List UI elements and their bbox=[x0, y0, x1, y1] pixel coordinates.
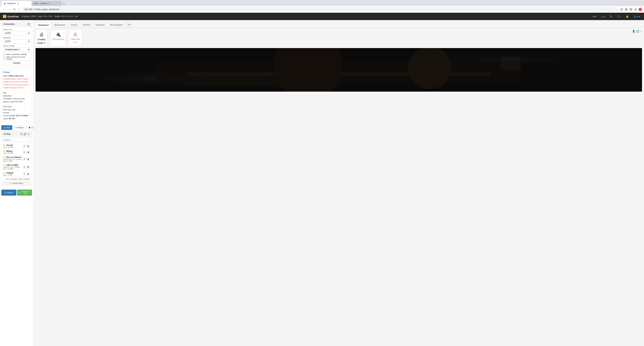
pause-label: Pause bbox=[18, 127, 24, 129]
files-storage-info: Free: 35.5GB / Total: 56.9GB bbox=[6, 178, 30, 180]
files-search-input[interactable] bbox=[2, 138, 31, 142]
approx-value: - bbox=[24, 101, 24, 103]
baudrate-group: Baudrate AUTO bbox=[3, 37, 30, 43]
extension-icon-2[interactable]: 🔒 bbox=[624, 8, 628, 11]
print-icon: 🖨 bbox=[3, 127, 5, 129]
create-folder-label: Create folder... bbox=[12, 182, 24, 184]
file-label-fubar: FUBAR bbox=[6, 172, 14, 174]
file-label-cnc: CNC LASER bbox=[6, 164, 18, 166]
printed-value: - bbox=[10, 112, 11, 114]
file-info: File: Uploaded: Timelapse: Timed (10 sec… bbox=[3, 91, 30, 103]
tools-btn[interactable]: 🔧 bbox=[608, 14, 614, 18]
person-icon[interactable]: 👤 bbox=[632, 30, 635, 32]
forward-button[interactable]: → bbox=[8, 7, 12, 11]
user-btn[interactable]: 👤 pi ▾ bbox=[632, 14, 641, 18]
save-connection-checkbox[interactable] bbox=[3, 53, 5, 55]
file-delete-box[interactable]: 🗑 bbox=[26, 158, 30, 161]
printer-cards: 🖨 Creality Ender 3 🔌 Disconnected ⚠ Offl… bbox=[36, 30, 82, 46]
file-meta-bibiny: Size: 35.2MB bbox=[3, 152, 22, 154]
connection-panel-body: Serial Port AUTO Baudrate AUTO Printer P… bbox=[2, 27, 32, 67]
auto-connect-checkbox[interactable] bbox=[3, 57, 5, 59]
folder-icon-airsoft: 📁 bbox=[3, 144, 6, 146]
tab-inactive-close-btn[interactable]: ✕ bbox=[48, 2, 50, 5]
file-delete-bibiny[interactable]: 🗑 bbox=[26, 151, 30, 154]
upload-label: Upload bbox=[7, 191, 13, 194]
upload-button[interactable]: ⬆ Upload bbox=[1, 189, 16, 196]
address-bar: ← → ↻ ⌂ ⭐ 🔒 ⬇ 📊 M bbox=[0, 6, 644, 13]
create-folder-button[interactable]: 📁 Create folder... bbox=[2, 181, 31, 185]
back-button[interactable]: ← bbox=[2, 7, 6, 11]
timelapse-value: Timed (10 sec) bbox=[12, 98, 25, 100]
reload-button[interactable]: ↻ bbox=[13, 7, 16, 11]
extension-icon-1[interactable]: ⭐ bbox=[620, 8, 623, 11]
file-btns-airsoft: ✕ 🗑 bbox=[22, 145, 30, 148]
extension-icon-3[interactable]: ⬇ bbox=[629, 8, 632, 11]
file-list: 📁 Airsoft Size: 25.0MB ✕ 🗑 bbox=[2, 143, 31, 177]
files-settings-btn[interactable]: 🔧 bbox=[27, 133, 30, 135]
tab-control[interactable]: Control bbox=[68, 22, 80, 27]
file-info-fubar: 📁 FUBAR Size: 3.7MB bbox=[3, 172, 22, 176]
tab-temperature[interactable]: Temperature bbox=[52, 22, 68, 27]
tab-timelapse[interactable]: Timelapse bbox=[93, 22, 107, 27]
file-item-cnc: 📁 CNC LASER Internal: CNC_LASER Size: 32… bbox=[2, 163, 31, 171]
home-button[interactable]: ⌂ bbox=[18, 7, 21, 11]
files-label: Files bbox=[6, 133, 10, 135]
tab-active[interactable]: 🐙 OctoPrint ✕ bbox=[1, 1, 32, 6]
tab-dashboard[interactable]: Dashboard bbox=[36, 22, 51, 28]
cancel-label: Cancel bbox=[31, 127, 34, 129]
refresh-dashboard-icon[interactable]: 🔄 bbox=[636, 30, 639, 32]
file-info-bibiny: 📁 Bibiny Size: 35.2MB bbox=[3, 150, 22, 154]
baudrate-select[interactable]: AUTO bbox=[3, 39, 30, 43]
extension-icon-4[interactable]: 📊 bbox=[634, 8, 637, 11]
upload-sd-button[interactable]: ⬆ Upload to SD bbox=[17, 189, 32, 196]
disconnected-status: Disconnected bbox=[52, 38, 64, 40]
new-tab-button[interactable]: + bbox=[62, 2, 66, 5]
file-expand-bibiny[interactable]: ✕ bbox=[22, 151, 26, 154]
tab-close-btn[interactable]: ✕ bbox=[17, 2, 19, 5]
connect-button[interactable]: Connect bbox=[3, 61, 30, 65]
url-input[interactable] bbox=[22, 7, 618, 11]
tab-more-btn[interactable]: ☰ ▾ bbox=[126, 22, 133, 27]
file-delete-cnc[interactable]: 🗑 bbox=[26, 166, 30, 169]
print-button[interactable]: 🖨 Print bbox=[1, 125, 12, 130]
extension-icon-5[interactable]: M bbox=[639, 8, 642, 11]
file-expand-cnc[interactable]: ✕ bbox=[22, 166, 26, 169]
expand-dashboard-icon[interactable]: ⤢ bbox=[640, 30, 642, 32]
temperature-btn[interactable]: 🌡 ▾ bbox=[600, 14, 606, 18]
file-meta-airsoft: Size: 25.0MB bbox=[3, 146, 22, 148]
notifications-btn[interactable]: 🔔 bbox=[624, 14, 630, 18]
pause-button[interactable]: ⏸ Pause bbox=[13, 125, 26, 130]
refresh-icon[interactable]: 🔄 bbox=[27, 23, 30, 25]
camera-section bbox=[36, 48, 642, 92]
auto-connect-label: Auto-connect on server startup bbox=[6, 56, 30, 60]
tab-inactive[interactable]: 100% - (offline) ✕ bbox=[32, 1, 62, 6]
timer-btn[interactable]: ⏱ ▾ bbox=[616, 14, 622, 18]
create-folder-icon: 📁 bbox=[9, 182, 12, 184]
cancel-button[interactable]: ⏹ Cancel bbox=[26, 125, 34, 130]
file-name-fubar: 📁 FUBAR bbox=[3, 172, 22, 174]
files-refresh-btn[interactable]: 🔄 bbox=[24, 133, 26, 135]
printer-name-creality: Creality bbox=[38, 38, 46, 41]
file-expand-fubar[interactable]: ✕ bbox=[22, 172, 26, 175]
layer-value: 69 bbox=[44, 15, 46, 17]
file-delete-fubar[interactable]: 🗑 bbox=[26, 172, 30, 175]
current-height-value: 24.2 / 14.0mm bbox=[16, 115, 28, 117]
settings-btn[interactable]: ⚙ ▾ bbox=[591, 14, 598, 18]
tab-terminal[interactable]: Terminal bbox=[80, 22, 92, 27]
state-header[interactable]: ℹ State bbox=[3, 71, 30, 74]
progress-value: 100% bbox=[31, 15, 36, 17]
serial-port-select[interactable]: AUTO bbox=[3, 31, 30, 35]
file-btns-cnc: ✕ 🗑 bbox=[22, 166, 30, 169]
file-delete-airsoft[interactable]: 🗑 bbox=[26, 145, 30, 148]
tab-bed-visualizer[interactable]: Bed Visualizer bbox=[108, 22, 126, 27]
file-expand-airsoft[interactable]: ✕ bbox=[22, 145, 26, 148]
printer-profile-select[interactable]: Creality Ender 3 bbox=[3, 47, 30, 52]
file-item-bibiny: 📁 Bibiny Size: 35.2MB ✕ 🗑 bbox=[2, 149, 31, 155]
progress-label: Progress: bbox=[22, 15, 30, 17]
files-trash-btn[interactable]: 🗑 bbox=[20, 133, 22, 135]
file-expand-box[interactable]: ✕ bbox=[22, 158, 26, 161]
upload-sd-icon: ⬆ bbox=[19, 191, 20, 194]
print-info: Print Time: - Print Time Left: - Printed… bbox=[3, 105, 30, 120]
files-panel: ☰ Files 🗑 🔄 🔧 📁 bbox=[1, 131, 32, 186]
info-icon: ℹ bbox=[3, 71, 4, 74]
